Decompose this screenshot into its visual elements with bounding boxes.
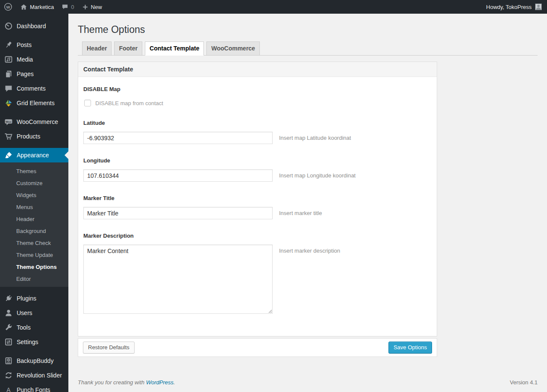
submenu-item-menus[interactable]: Menus [0, 201, 68, 213]
sidebar-item-appearance[interactable]: Appearance [0, 148, 68, 162]
submenu-item-theme-options[interactable]: Theme Options [0, 261, 68, 273]
sidebar-item-label: Revolution Slider [17, 372, 62, 379]
disable-map-label: DISABLE Map [83, 86, 432, 92]
sidebar-item-label: Tools [17, 324, 31, 331]
sidebar-item-label: Products [17, 133, 40, 140]
sidebar-item-punch-fonts[interactable]: APunch Fonts [0, 383, 68, 392]
submenu-item-header[interactable]: Header [0, 213, 68, 225]
tab-woocommerce[interactable]: WooCommerce [206, 41, 259, 56]
footer-version: Version 4.1 [510, 379, 538, 386]
svg-text:W: W [6, 5, 10, 9]
sidebar-item-backupbuddy[interactable]: BackupBuddy [0, 354, 68, 368]
pin-icon [4, 41, 13, 49]
sidebar-item-label: Plugins [17, 295, 36, 302]
settings-icon [4, 338, 13, 346]
appearance-brush-icon [4, 151, 13, 159]
sidebar-item-posts[interactable]: Posts [0, 38, 68, 52]
sidebar-item-products[interactable]: Products [0, 129, 68, 144]
save-options-button[interactable]: Save Options [388, 342, 432, 354]
sidebar-item-label: WooCommerce [17, 118, 58, 125]
marker-description-help: Insert marker description [279, 245, 340, 254]
submenu-item-customize[interactable]: Customize [0, 177, 68, 189]
backup-drive-icon [4, 357, 13, 365]
site-name-label: Marketica [30, 4, 54, 10]
wrench-icon [4, 323, 13, 332]
marker-title-input[interactable] [83, 207, 273, 219]
grid-elements-icon [4, 99, 13, 107]
sidebar-item-label: Users [17, 309, 32, 316]
sidebar-item-pages[interactable]: Pages [0, 67, 68, 81]
marker-title-row: Insert marker title [83, 207, 432, 219]
submenu-item-background[interactable]: Background [0, 225, 68, 237]
plus-icon [82, 4, 88, 10]
latitude-help: Insert map Latitude koordinat [279, 132, 351, 141]
sidebar-item-label: Comments [17, 85, 46, 92]
main-content: Theme Options HeaderFooterContact Templa… [68, 14, 547, 392]
menu-separator [0, 33, 68, 38]
sidebar-item-settings[interactable]: Settings [0, 335, 68, 349]
marker-title-label: Marker Title [83, 195, 432, 201]
svg-text:Woo: Woo [6, 120, 12, 123]
admin-bar: W Marketica 0 New Howdy, TokoPress [0, 0, 547, 14]
submenu-item-themes[interactable]: Themes [0, 165, 68, 177]
comments-indicator[interactable]: 0 [58, 0, 78, 14]
comments-icon [4, 84, 13, 93]
tab-contact-template[interactable]: Contact Template [145, 41, 204, 56]
admin-menu: DashboardPostsMediaPagesCommentsGrid Ele… [0, 19, 68, 392]
new-content-menu[interactable]: New [78, 0, 106, 14]
appearance-submenu: ThemesCustomizeWidgetsMenusHeaderBackgro… [0, 162, 68, 287]
sidebar-item-grid-elements[interactable]: Grid Elements [0, 96, 68, 110]
submenu-item-widgets[interactable]: Widgets [0, 189, 68, 201]
marker-title-help: Insert marker title [279, 207, 322, 216]
sidebar-item-media[interactable]: Media [0, 52, 68, 67]
page-title: Theme Options [78, 24, 538, 36]
disable-map-checkbox-label: DISABLE map from contact [95, 100, 163, 106]
sidebar-item-users[interactable]: Users [0, 306, 68, 320]
site-name-menu[interactable]: Marketica [16, 0, 58, 14]
sidebar-item-tools[interactable]: Tools [0, 320, 68, 335]
current-menu-arrow-icon [65, 151, 68, 159]
sidebar-item-revolution-slider[interactable]: Revolution Slider [0, 368, 68, 383]
submenu-item-editor[interactable]: Editor [0, 273, 68, 285]
sidebar-item-label: Media [17, 56, 33, 63]
latitude-row: Insert map Latitude koordinat [83, 132, 432, 144]
cycle-arrows-icon [4, 371, 13, 380]
longitude-label: Longitude [83, 157, 432, 164]
longitude-row: Insert map Longitude koordinat [83, 169, 432, 182]
tab-footer[interactable]: Footer [114, 41, 142, 56]
admin-sidebar: DashboardPostsMediaPagesCommentsGrid Ele… [0, 14, 68, 392]
disable-map-checkbox[interactable] [84, 100, 91, 106]
sidebar-item-woocommerce[interactable]: WooWooCommerce [0, 115, 68, 129]
latitude-input[interactable] [83, 132, 273, 144]
howdy-account-menu[interactable]: Howdy, TokoPress [486, 4, 532, 10]
comment-count: 0 [71, 4, 74, 10]
tab-header[interactable]: Header [82, 41, 112, 56]
sidebar-item-label: BackupBuddy [17, 357, 53, 364]
contact-template-panel: Contact Template DISABLE Map DISABLE map… [78, 62, 437, 336]
submenu-item-theme-update[interactable]: Theme Update [0, 249, 68, 261]
restore-defaults-button[interactable]: Restore Defaults [83, 342, 135, 354]
sidebar-item-comments[interactable]: Comments [0, 81, 68, 96]
sidebar-item-label: Appearance [17, 152, 49, 159]
woocommerce-icon: Woo [4, 118, 13, 126]
menu-separator [0, 144, 68, 148]
disable-map-row: DISABLE map from contact [83, 100, 432, 106]
longitude-input[interactable] [83, 169, 273, 182]
submenu-item-theme-check[interactable]: Theme Check [0, 237, 68, 249]
sidebar-item-label: Punch Fonts [17, 386, 50, 392]
wordpress-link[interactable]: WordPress [146, 379, 174, 386]
user-icon [4, 309, 13, 317]
sidebar-item-label: Settings [17, 339, 38, 345]
form-action-bar: Restore Defaults Save Options [78, 338, 437, 357]
sidebar-item-dashboard[interactable]: Dashboard [0, 19, 68, 33]
sidebar-item-plugins[interactable]: Plugins [0, 291, 68, 306]
menu-separator [0, 349, 68, 354]
footer-thanks: Thank you for creating with WordPress. [78, 379, 175, 386]
letter-a-icon: A [4, 386, 13, 392]
longitude-help: Insert map Longitude koordinat [279, 169, 356, 179]
wordpress-logo-icon[interactable]: W [0, 0, 16, 14]
marker-description-textarea[interactable]: Marker Content [83, 245, 273, 314]
panel-title: Contact Template [78, 62, 437, 77]
avatar[interactable] [535, 3, 542, 10]
panel-body: DISABLE Map DISABLE map from contact Lat… [78, 86, 437, 336]
